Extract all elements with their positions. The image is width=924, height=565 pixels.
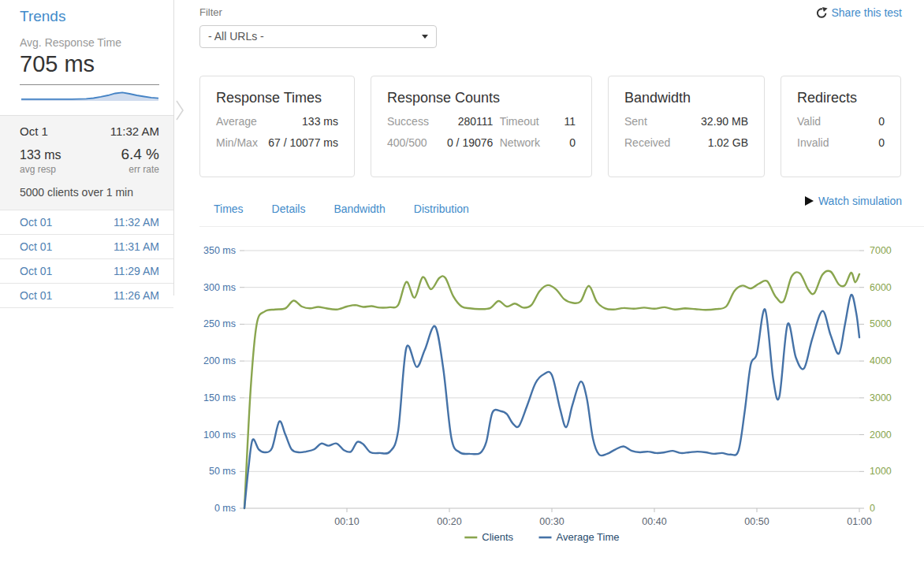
stat-value: 133 ms — [302, 115, 338, 128]
bandwidth-card: Bandwidth Sent32.90 MBReceived1.02 GB — [608, 76, 765, 177]
trend-run-item[interactable]: Oct 0111:29 AM — [0, 258, 173, 283]
trends-sidebar: Trends Avg. Response Time 705 ms Oct 1 1… — [0, 0, 174, 296]
tab-details[interactable]: Details — [258, 199, 320, 218]
stat-value: 67 / 10077 ms — [268, 136, 338, 149]
run-time: 11:29 AM — [114, 259, 159, 283]
stat-label: Network — [500, 136, 549, 149]
stat-value: 0 — [555, 136, 576, 149]
x-axis-label: 01:00 — [847, 516, 871, 527]
svg-text:Clients: Clients — [482, 531, 513, 543]
selected-run-summary: 5000 clients over 1 min — [20, 186, 159, 199]
stat-value: 0 — [878, 136, 885, 149]
series-average-time — [244, 295, 859, 508]
redirects-title: Redirects — [797, 90, 885, 106]
response-times-title: Response Times — [216, 90, 338, 106]
share-test-link[interactable]: Share this test — [816, 6, 903, 19]
url-filter-selected-option: - All URLs - — [208, 30, 264, 43]
stat-value: 0 / 19076 — [438, 136, 493, 149]
run-date: Oct 01 — [20, 235, 52, 258]
stat-label: Sent — [624, 115, 647, 128]
stat-label: Invalid — [797, 136, 829, 149]
run-time: 11:31 AM — [114, 235, 159, 258]
left-axis-label: 200 ms — [203, 355, 236, 366]
x-axis-label: 00:50 — [744, 516, 769, 527]
stat-value: 280111 — [438, 115, 493, 128]
stat-label: Timeout — [500, 115, 549, 128]
left-axis-label: 100 ms — [203, 429, 236, 440]
right-axis-label: 1000 — [870, 466, 892, 477]
avg-response-time-value: 705 ms — [20, 51, 159, 77]
tab-distribution[interactable]: Distribution — [400, 199, 483, 218]
trend-run-list: Oct 0111:32 AMOct 0111:31 AMOct 0111:29 … — [0, 210, 173, 308]
x-axis-label: 00:10 — [334, 516, 359, 527]
response-counts-card: Response Counts Success280111Timeout1140… — [371, 76, 592, 177]
selected-err-label: err rate — [129, 164, 159, 175]
x-axis-label: 00:40 — [642, 516, 666, 527]
left-axis-label: 350 ms — [203, 245, 236, 256]
right-axis-label: 0 — [870, 503, 875, 514]
stat-label: Received — [624, 136, 670, 149]
response-counts-title: Response Counts — [387, 90, 576, 106]
run-date: Oct 01 — [20, 259, 52, 283]
bandwidth-title: Bandwidth — [624, 90, 748, 106]
stat-value: 32.90 MB — [701, 115, 748, 128]
selected-run-panel: Oct 1 11:32 AM 133 ms 6.4 % avg resp err… — [0, 115, 173, 210]
tab-times[interactable]: Times — [199, 199, 258, 218]
run-time: 11:26 AM — [114, 284, 159, 307]
left-axis-label: 50 ms — [209, 466, 236, 477]
stat-label: 400/500 — [387, 136, 431, 149]
avg-response-time-label: Avg. Response Time — [20, 36, 159, 49]
url-filter-select[interactable]: - All URLs - — [199, 25, 437, 48]
trend-run-item[interactable]: Oct 0111:31 AM — [0, 234, 173, 258]
legend-item-average-time[interactable]: Average Time — [539, 531, 620, 543]
legend-item-clients[interactable]: Clients — [464, 531, 513, 543]
series-clients — [244, 271, 859, 508]
x-axis-label: 00:20 — [437, 516, 461, 527]
filter-label: Filter — [199, 6, 437, 18]
left-axis-label: 0 ms — [214, 503, 236, 514]
watch-simulation-label: Watch simulation — [818, 195, 902, 207]
right-axis-label: 4000 — [870, 355, 892, 366]
stat-label: Valid — [797, 115, 821, 128]
selected-err-value: 6.4 % — [121, 146, 159, 163]
selected-run-chevron-icon — [174, 98, 185, 123]
right-axis-label: 2000 — [870, 429, 892, 440]
stat-value: 0 — [878, 115, 885, 128]
watch-simulation-link[interactable]: Watch simulation — [805, 195, 902, 207]
tab-bandwidth[interactable]: Bandwidth — [319, 199, 399, 218]
play-icon — [805, 196, 814, 206]
response-time-chart: 0 ms050 ms1000100 ms2000150 ms3000200 ms… — [199, 236, 924, 559]
selected-avg-value: 133 ms — [20, 148, 61, 162]
selected-avg-label: avg resp — [20, 164, 56, 175]
redirects-card: Redirects Valid0Invalid0 — [781, 76, 901, 177]
trend-sparkline — [20, 90, 160, 103]
right-axis-label: 7000 — [870, 245, 892, 256]
selected-run-date: Oct 1 — [20, 125, 48, 138]
right-axis-label: 3000 — [870, 392, 892, 403]
svg-text:Average Time: Average Time — [557, 531, 620, 543]
stat-label: Average — [216, 115, 257, 128]
right-axis-label: 5000 — [870, 318, 892, 329]
main-content: Filter - All URLs - Share this test Resp… — [199, 0, 924, 565]
x-axis-label: 00:30 — [539, 516, 564, 527]
trends-title: Trends — [20, 8, 159, 25]
trend-run-item[interactable]: Oct 0111:32 AM — [0, 210, 173, 234]
run-time: 11:32 AM — [114, 210, 159, 234]
stat-value: 11 — [555, 115, 576, 128]
right-axis-label: 6000 — [870, 282, 892, 293]
left-axis-label: 150 ms — [203, 392, 236, 403]
stat-label: Success — [387, 115, 431, 128]
left-axis-label: 300 ms — [203, 282, 236, 293]
response-times-card: Response Times Average133 msMin/Max67 / … — [199, 76, 355, 177]
share-test-label: Share this test — [832, 6, 903, 19]
run-date: Oct 01 — [20, 210, 52, 234]
stat-label: Min/Max — [216, 136, 258, 149]
left-axis-label: 250 ms — [203, 318, 236, 329]
run-date: Oct 01 — [20, 284, 52, 307]
selected-run-time: 11:32 AM — [110, 125, 159, 138]
trend-run-item[interactable]: Oct 0111:26 AM — [0, 283, 173, 308]
share-icon — [816, 7, 828, 19]
select-caret-icon — [422, 35, 428, 39]
stat-value: 1.02 GB — [708, 136, 748, 149]
